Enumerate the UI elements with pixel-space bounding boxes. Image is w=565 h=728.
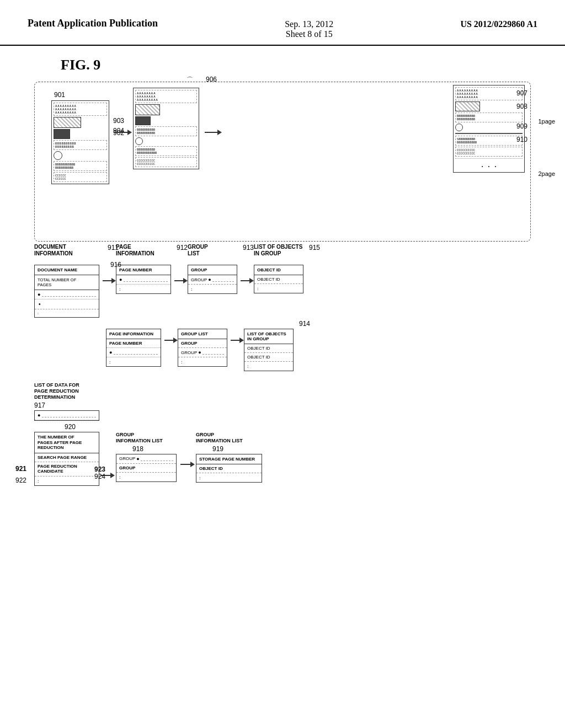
ref-903: 903 bbox=[113, 117, 124, 125]
ref-917: 917 bbox=[34, 402, 99, 409]
group-row: GROUP bbox=[188, 265, 237, 275]
arrow-918-919 bbox=[180, 464, 191, 465]
ref-908: 908 bbox=[516, 103, 527, 110]
arrow-911-912 bbox=[103, 280, 113, 281]
page2-label: 2page bbox=[538, 170, 555, 177]
group-info-919: GROUPINFORMATION LIST 919 STORAGE PAGE N… bbox=[196, 432, 262, 483]
dots-row: • bbox=[35, 299, 99, 309]
colon-919: : bbox=[196, 473, 262, 482]
ref-919: 919 bbox=[212, 445, 262, 453]
num-pages-920: THE NUMBER OFPAGES AFTER PAGEREDUCTION bbox=[35, 432, 99, 453]
bullet-row: ● bbox=[35, 290, 99, 299]
ref-915: 915 bbox=[309, 244, 320, 251]
ref-915-label: LIST OF OBJECTSIN GROUP bbox=[254, 244, 302, 257]
storage-page-919: STORAGE PAGE NUMBER bbox=[196, 454, 262, 464]
colon-920: 922 : bbox=[35, 477, 99, 485]
structure-row-1: DOCUMENTINFORMATION 911 916 DOCUMENT NAM… bbox=[34, 253, 531, 318]
colon-918: 924 : bbox=[116, 473, 176, 481]
bullet-row2: ● bbox=[116, 275, 170, 285]
ref-911-label: DOCUMENTINFORMATION bbox=[34, 244, 73, 257]
ref-918-label: GROUPINFORMATION LIST bbox=[116, 432, 177, 444]
ref-913: 913 bbox=[243, 244, 254, 251]
page1-label: 1page bbox=[538, 118, 555, 125]
publication-date: Sep. 13, 2012 Sheet 8 of 15 bbox=[285, 17, 333, 39]
group-list-label-914: GROUP LIST bbox=[178, 329, 227, 339]
arrow-912-913 bbox=[174, 280, 184, 281]
ref-918: 918 bbox=[132, 445, 177, 453]
colon-row: : bbox=[35, 309, 99, 317]
group-bullet-918: GROUP ● bbox=[116, 454, 176, 464]
arrow-913-915 bbox=[241, 280, 250, 281]
colon-914b: : bbox=[244, 362, 293, 371]
doc-901: 901 AAAAAAAAA AAAAAAAAA AAAAAAAAA 903 90… bbox=[51, 90, 109, 184]
ref-923: 923 bbox=[94, 465, 105, 473]
ref-901: 901 bbox=[54, 91, 65, 99]
publication-title: Patent Application Publication bbox=[28, 17, 158, 30]
ref-906: 906 bbox=[206, 76, 217, 83]
doc-906: AAAAAAAA AAAAAAAA AAAAAAAAA BBBBBBBBBB B… bbox=[133, 88, 199, 169]
page-reduction-box: LIST OF DATA FORPAGE REDUCTIONDETERMINAT… bbox=[34, 382, 99, 421]
ref-907: 907 bbox=[516, 89, 527, 97]
bottom-structures: DOCUMENTINFORMATION 911 916 DOCUMENT NAM… bbox=[34, 253, 531, 371]
diagram-area: 906 ⌒ 901 AAAAAAAAA AAAAAAAAA AAAAAAAAA … bbox=[34, 82, 531, 371]
ref-902: 902 bbox=[113, 129, 124, 137]
publication-number: US 2012/0229860 A1 bbox=[460, 17, 537, 29]
doc-info-box: DOCUMENTINFORMATION 911 916 DOCUMENT NAM… bbox=[34, 253, 99, 318]
ref-910: 910 bbox=[516, 136, 527, 143]
group-info-918: GROUPINFORMATION LIST 918 GROUP ● 923 GR… bbox=[116, 432, 177, 482]
objects-in-group-box: LIST OF OBJECTSIN GROUP 915 OBJECT ID OB… bbox=[254, 253, 303, 293]
arrow-901-906 bbox=[115, 132, 129, 133]
ref-914: 914 bbox=[299, 320, 310, 328]
arrow-to-914 bbox=[164, 340, 174, 341]
text-A-line: AAAAAAAAA bbox=[55, 111, 105, 114]
ref-912-label: PAGEINFORMATION bbox=[116, 244, 154, 257]
bullet-row3: ● bbox=[106, 348, 161, 357]
search-range-920: SEARCH PAGE RANGE bbox=[35, 453, 99, 462]
group-list-914: 914 GROUP LIST GROUP GROUP ● : bbox=[178, 329, 294, 371]
group-bullet-914: GROUP ● bbox=[178, 348, 227, 357]
list-objects-914: LIST OF OBJECTS IN GROUP bbox=[244, 329, 293, 344]
reduction-candidate-920: 921 PAGE REDUCTIONCANDIDATE bbox=[35, 462, 99, 477]
box-920: 920 THE NUMBER OFPAGES AFTER PAGEREDUCTI… bbox=[34, 432, 99, 486]
page-num-label: PAGE NUMBER bbox=[106, 339, 161, 348]
structure-row-2: PAGE INFORMATION PAGE NUMBER ● : bbox=[106, 329, 531, 371]
object-id-914a: OBJECT ID bbox=[244, 344, 293, 353]
object-id-914b: OBJECT ID bbox=[244, 353, 293, 362]
colon-row4: : bbox=[254, 284, 303, 293]
ref-913-label: GROUPLIST bbox=[188, 244, 208, 257]
group-list-box: GROUPLIST 913 GROUP GROUP ● : bbox=[188, 253, 237, 294]
bullet-917: ● bbox=[35, 411, 99, 420]
main-content: FIG. 9 906 ⌒ 901 AAAAAAAAA AAAAAAAAA AAA… bbox=[0, 46, 565, 393]
page-header: Patent Application Publication Sep. 13, … bbox=[0, 0, 565, 46]
page-number-row: PAGE NUMBER bbox=[116, 265, 170, 275]
page-info-box-2: PAGE INFORMATION PAGE NUMBER ● : bbox=[106, 329, 161, 367]
colon-row2: : bbox=[116, 285, 170, 293]
colon-row3: : bbox=[188, 285, 237, 293]
doc-name-row: DOCUMENT NAME bbox=[35, 265, 99, 275]
ref-920: 920 bbox=[65, 423, 76, 431]
pages-right: 907 908 1page 909 910 2page AAAAAAAAA AA… bbox=[453, 85, 525, 173]
object-id2-row: OBJECT ID bbox=[254, 275, 303, 284]
ref-922: 922 bbox=[15, 477, 26, 484]
list-data-label: LIST OF DATA FORPAGE REDUCTIONDETERMINAT… bbox=[34, 382, 99, 400]
ref-919-label: GROUPINFORMATION LIST bbox=[196, 432, 262, 444]
colon-row5: : bbox=[106, 357, 161, 366]
group-918: 923 GROUP bbox=[116, 464, 176, 473]
total-pages-row: TOTAL NUMBER OFPAGES bbox=[35, 275, 99, 290]
arrow-914-objects bbox=[231, 340, 241, 341]
object-id-row: OBJECT ID bbox=[254, 265, 303, 275]
ref-912: 912 bbox=[177, 244, 188, 251]
group-bullet-row: GROUP ● bbox=[188, 275, 237, 285]
ref-906-brace: ⌒ bbox=[186, 76, 193, 85]
arrow-906-right bbox=[205, 132, 218, 133]
page-info-label: PAGE INFORMATION bbox=[106, 329, 161, 339]
colon-914: : bbox=[178, 357, 227, 366]
preview-section: 906 ⌒ 901 AAAAAAAAA AAAAAAAAA AAAAAAAAA … bbox=[34, 82, 531, 242]
page-info-box: PAGEINFORMATION 912 PAGE NUMBER ● : bbox=[116, 253, 171, 294]
group-914: GROUP bbox=[178, 339, 227, 348]
ref-924: 924 bbox=[94, 473, 105, 480]
figure-label: FIG. 9 bbox=[61, 57, 537, 73]
object-id-919: OBJECT ID bbox=[196, 464, 262, 473]
ref-909: 909 bbox=[516, 122, 527, 130]
ref-921: 921 bbox=[15, 465, 26, 473]
